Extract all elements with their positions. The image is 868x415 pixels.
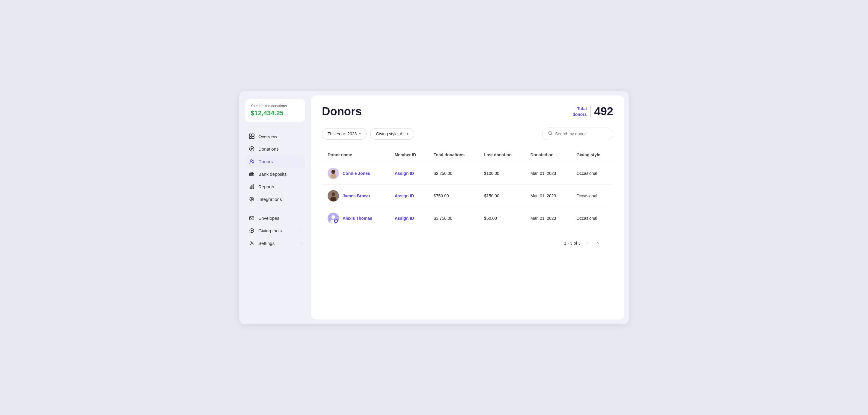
avatar <box>328 213 339 224</box>
svg-rect-10 <box>253 174 253 175</box>
col-header-giving-style: Giving style <box>571 148 613 162</box>
svg-rect-8 <box>251 174 251 175</box>
page-title: Donors <box>322 105 362 118</box>
sidebar-item-reports[interactable]: Reports <box>245 180 305 193</box>
chart-icon <box>249 183 255 189</box>
search-input[interactable] <box>555 132 608 136</box>
pagination-row: 1 - 3 of 3 ‹ › <box>328 235 608 249</box>
svg-point-34 <box>332 215 335 219</box>
svg-rect-11 <box>250 187 251 188</box>
settings-icon <box>249 240 255 246</box>
col-header-donated-on[interactable]: Donated on ↓ <box>525 148 571 162</box>
svg-point-6 <box>252 160 254 162</box>
nav-divider <box>249 209 302 209</box>
total-donors-widget: Totaldonors 492 <box>572 105 613 118</box>
donor-name-connie[interactable]: Connie Jones <box>343 171 370 176</box>
assign-id-button-james[interactable]: Assign ID <box>395 194 414 198</box>
users-icon <box>249 159 255 164</box>
giving-style-cell: Occasional <box>571 162 613 185</box>
sidebar-label-donors: Donors <box>258 159 273 164</box>
donated-on-cell: Mar. 01, 2023 <box>525 185 571 207</box>
sidebar-item-giving-tools[interactable]: Giving tools › <box>245 224 305 237</box>
sidebar: Your lifetime donations $12,434.25 Overv… <box>239 91 311 324</box>
main-content: Donors Totaldonors 492 This Year: 2023 ▾… <box>311 96 624 319</box>
table-row: Connie Jones Assign ID $2,250.00 $100.00… <box>322 162 613 185</box>
svg-point-37 <box>336 220 337 221</box>
total-donations-cell: $2,250.00 <box>428 162 479 185</box>
svg-point-22 <box>251 243 253 244</box>
svg-rect-3 <box>252 137 254 139</box>
pagination-cell: 1 - 3 of 3 ‹ › <box>322 229 613 255</box>
col-header-last-donation: Last donation <box>479 148 525 162</box>
giving-style-filter-button[interactable]: Giving style: All ▾ <box>370 128 414 140</box>
app-container: Your lifetime donations $12,434.25 Overv… <box>239 91 629 324</box>
search-icon <box>548 131 553 137</box>
donor-name-alexis[interactable]: Alexis Thomas <box>343 216 372 221</box>
year-filter-button[interactable]: This Year: 2023 ▾ <box>322 128 367 140</box>
search-box[interactable] <box>542 128 613 140</box>
sidebar-item-donors[interactable]: Donors <box>245 155 305 167</box>
member-id-cell: Assign ID <box>389 162 428 185</box>
table-row: Alexis Thomas Assign ID $3,750.00 $50.00… <box>322 207 613 230</box>
heart-icon <box>249 146 255 152</box>
sidebar-item-integrations[interactable]: Integrations <box>245 193 305 205</box>
svg-point-29 <box>332 171 335 172</box>
svg-rect-9 <box>251 174 252 175</box>
svg-rect-2 <box>249 137 251 139</box>
donor-name-james[interactable]: James Brown <box>343 194 370 198</box>
lifetime-amount: $12,434.25 <box>251 109 300 117</box>
col-header-member-id: Member ID <box>389 148 428 162</box>
donor-name-cell: Alexis Thomas <box>322 207 389 230</box>
chevron-right-icon-settings: › <box>300 241 302 245</box>
sidebar-item-envelopes[interactable]: Envelopes <box>245 212 305 224</box>
chevron-right-icon: › <box>300 229 302 233</box>
sidebar-item-settings[interactable]: Settings › <box>245 237 305 249</box>
chevron-down-icon-giving: ▾ <box>407 132 408 136</box>
svg-point-15 <box>251 199 253 200</box>
sidebar-item-bank-deposits[interactable]: Bank deposits <box>245 168 305 180</box>
chevron-down-icon: ▾ <box>359 132 361 136</box>
donated-on-cell: Mar. 01, 2023 <box>525 162 571 185</box>
assign-id-button-connie[interactable]: Assign ID <box>395 171 414 176</box>
col-header-total-donations: Total donations <box>428 148 479 162</box>
integration-icon <box>249 196 255 202</box>
total-donors-count: 492 <box>594 105 613 118</box>
grid-icon <box>249 133 255 139</box>
table-row: James Brown Assign ID $750.00 $150.00 Ma… <box>322 185 613 207</box>
svg-rect-1 <box>252 134 254 136</box>
donor-name-cell: James Brown <box>322 185 389 207</box>
assign-id-button-alexis[interactable]: Assign ID <box>395 216 414 221</box>
lifetime-card: Your lifetime donations $12,434.25 <box>245 99 305 122</box>
sidebar-item-donations[interactable]: Donations <box>245 143 305 155</box>
svg-point-5 <box>250 160 252 162</box>
sidebar-label-envelopes: Envelopes <box>258 216 279 221</box>
sidebar-label-bank-deposits: Bank deposits <box>258 172 286 177</box>
total-donors-divider <box>590 106 591 118</box>
giving-style-filter-label: Giving style: All <box>376 132 404 136</box>
total-donations-cell: $3,750.00 <box>428 207 479 230</box>
donated-on-cell: Mar. 01, 2023 <box>525 207 571 230</box>
filters-row: This Year: 2023 ▾ Giving style: All ▾ <box>322 128 613 140</box>
sidebar-item-overview[interactable]: Overview <box>245 130 305 142</box>
donor-name-cell: Connie Jones <box>322 162 389 185</box>
col-header-donor-name: Donor name <box>322 148 389 162</box>
sidebar-label-settings: Settings <box>258 241 275 246</box>
bank-icon <box>249 171 255 177</box>
svg-point-23 <box>549 132 552 134</box>
member-id-cell: Assign ID <box>389 185 428 207</box>
svg-point-27 <box>330 174 336 178</box>
sidebar-label-reports: Reports <box>258 184 274 189</box>
avatar <box>328 190 339 202</box>
avatar <box>328 168 339 179</box>
svg-rect-12 <box>251 186 252 188</box>
sidebar-label-giving-tools: Giving tools <box>258 228 282 233</box>
sidebar-label-overview: Overview <box>258 134 277 139</box>
svg-line-24 <box>551 134 552 135</box>
total-donors-label: Totaldonors <box>572 106 587 117</box>
prev-page-button[interactable]: ‹ <box>583 239 591 247</box>
total-donations-cell: $750.00 <box>428 185 479 207</box>
giving-style-cell: Occasional <box>571 207 613 230</box>
next-page-button[interactable]: › <box>594 239 602 247</box>
svg-point-32 <box>330 197 336 202</box>
sidebar-label-integrations: Integrations <box>258 197 282 202</box>
